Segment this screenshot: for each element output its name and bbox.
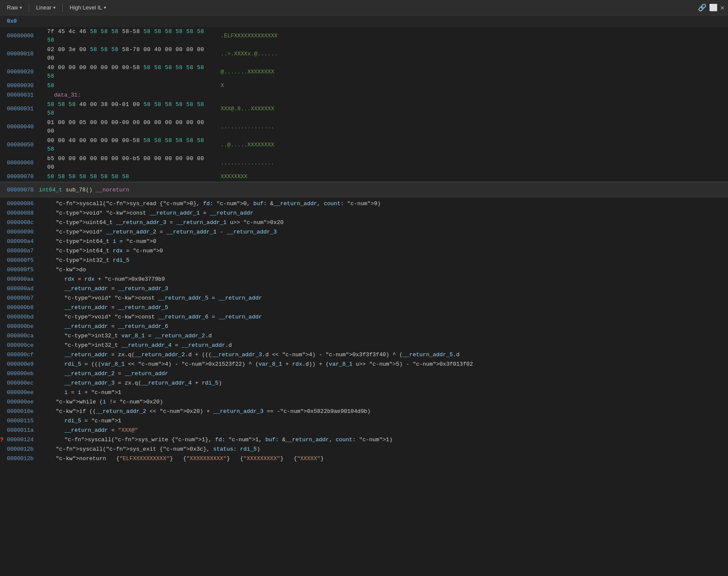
- code-address: 00000115: [0, 417, 47, 425]
- hex-row: 0000004001 00 00 05 00 00 00-00 00 00 00…: [0, 118, 728, 136]
- function-signature: int64_t sub_78() __noreturn: [39, 187, 129, 193]
- noreturn-kw: __noreturn: [96, 187, 129, 193]
- hex-ascii: ................: [210, 159, 274, 167]
- code-row: 000000eei = i + "c-num">1: [0, 388, 728, 397]
- code-line: "c-type">int32_t var_8_1 = __return_addr…: [47, 332, 212, 340]
- code-address: 000000ee: [0, 388, 47, 397]
- code-line: "c-fn">syscall("c-fn">sys_read {"c-num">…: [47, 200, 381, 208]
- link-icon[interactable]: 🔗: [698, 3, 707, 12]
- hex-address: 00000000: [0, 32, 47, 40]
- linear-button[interactable]: Linear: [33, 3, 59, 12]
- code-address: 00000124: [0, 436, 47, 444]
- code-row: 000000ce"c-type">int32_t __return_addr_4…: [0, 341, 728, 350]
- code-row: 000000e9rdi_5 = (((var_8_1 << "c-num">4)…: [0, 360, 728, 369]
- function-name: sub_78: [66, 187, 86, 193]
- code-address: 000000cf: [0, 351, 47, 359]
- hex-row: 0000003058X: [0, 81, 728, 91]
- hex-section: 000000007f 45 4c 46 58 58 58 58-58 58 58…: [0, 27, 728, 182]
- code-row: 0000010e"c-kw">if ((__return_addr_2 << "…: [0, 407, 728, 416]
- code-row: 00000115rdi_5 = "c-num">1: [0, 416, 728, 426]
- code-line: rdi_5 = "c-num">1: [47, 417, 121, 425]
- code-row: 000000cf__return_addr = zx.q(__return_ad…: [0, 350, 728, 360]
- hex-address: 00000040: [0, 123, 47, 131]
- code-section: 00000086"c-fn">syscall("c-fn">sys_read {…: [0, 197, 728, 465]
- hex-ascii: ..@.....XXXXXXXX: [210, 141, 274, 149]
- code-address: 000000f5: [0, 266, 47, 274]
- code-address: 000000ad: [0, 285, 47, 293]
- code-row: 000000aardx = rdx + "c-num">0x9e3779b9: [0, 275, 728, 284]
- hex-bytes: 02 00 3e 00 58 58 58 58-78 00 40 00 00 0…: [47, 45, 210, 63]
- hex-bytes: b5 00 00 00 00 00 00 00-b5 00 00 00 00 0…: [47, 155, 210, 172]
- hex-address: 00000030: [0, 82, 47, 90]
- code-row: 000000f5"c-type">int32_t rdi_5: [0, 256, 728, 265]
- hlil-button[interactable]: High Level IL: [66, 3, 109, 12]
- hex-address: 00000050: [0, 141, 47, 149]
- code-line: "c-fn">syscall("c-fn">sys_exit {"c-num">…: [47, 445, 260, 454]
- hex-row: 0000001002 00 3e 00 58 58 58 58-78 00 40…: [0, 45, 728, 63]
- code-address: 000000be: [0, 322, 47, 331]
- hex-row: 0000003158 58 58 40 00 38 00-01 00 58 58…: [0, 100, 728, 118]
- hex-row: 00000031data_31:: [0, 91, 728, 100]
- code-line: __return_addr = __return_addr_6: [47, 322, 168, 331]
- code-row: 000000b7"c-type">void* "c-kw">const __re…: [0, 294, 728, 303]
- code-address: 000000eb: [0, 370, 47, 378]
- code-line: "c-kw">while (i != "c-num">0x20): [47, 398, 163, 406]
- hex-bytes: 7f 45 4c 46 58 58 58 58-58 58 58 58 58 5…: [47, 27, 210, 45]
- hex-row: 0000007058 58 58 58 58 58 58 58XXXXXXXX: [0, 172, 728, 182]
- code-line: rdi_5 = (((var_8_1 << "c-num">4) - "c-nu…: [47, 360, 473, 369]
- code-row: 0000012b"c-kw">noreturn {"ELFXXXXXXXXXX"…: [0, 454, 728, 464]
- code-line: "c-kw">if ((__return_addr_2 << "c-num">0…: [47, 407, 370, 416]
- code-address: 000000ec: [0, 379, 47, 388]
- hex-ascii: ..>.XXXXx.@......: [210, 50, 278, 58]
- code-line: "c-type">int64_t i = "c-num">0: [47, 237, 156, 246]
- hex-address: 00000010: [0, 50, 47, 58]
- code-row: 000000a4"c-type">int64_t i = "c-num">0: [0, 237, 728, 246]
- code-address: 000000b7: [0, 294, 47, 303]
- hex-row: 000000007f 45 4c 46 58 58 58 58-58 58 58…: [0, 27, 728, 45]
- code-address: 000000aa: [0, 275, 47, 284]
- hex-bytes: 58: [47, 82, 210, 90]
- raw-button[interactable]: Raw: [3, 3, 25, 12]
- hex-row: 00000060b5 00 00 00 00 00 00 00-b5 00 00…: [0, 154, 728, 172]
- close-icon[interactable]: ✕: [720, 3, 725, 12]
- hex-ascii: X: [210, 82, 224, 90]
- code-line: __return_addr = "XXX@": [47, 426, 138, 435]
- hex-ascii: .ELFXXXXXXXXXXXXX: [210, 32, 278, 40]
- hex-ascii: XXX@.8...XXXXXXX: [210, 105, 274, 113]
- hex-address: 00000060: [0, 159, 47, 167]
- code-line: "c-type">uint64_t __return_addr_3 = __re…: [47, 218, 284, 227]
- hex-bytes: 58 58 58 40 00 38 00-01 00 58 58 58 58 5…: [47, 100, 210, 118]
- code-address: 0000012b: [0, 455, 47, 463]
- code-line: __return_addr = __return_addr_5: [47, 303, 168, 312]
- code-line: __return_addr = zx.q(__return_addr_2.d +…: [47, 351, 460, 359]
- code-row: 00000086"c-fn">syscall("c-fn">sys_read {…: [0, 199, 728, 209]
- code-address: 00000088: [0, 209, 47, 218]
- question-mark-icon: ?: [0, 436, 3, 444]
- code-line: rdx = rdx + "c-num">0x9e3779b9: [47, 275, 165, 284]
- hex-address: 00000020: [0, 68, 47, 76]
- hex-bytes: 58 58 58 58 58 58 58 58: [47, 173, 210, 181]
- function-header: 00000078int64_t sub_78() __noreturn: [0, 182, 728, 197]
- code-row: 000000be__return_addr = __return_addr_6: [0, 322, 728, 331]
- code-address: 000000ca: [0, 332, 47, 340]
- code-row: 0000012b"c-fn">syscall("c-fn">sys_exit {…: [0, 445, 728, 454]
- code-row: 000000ee"c-kw">while (i != "c-num">0x20): [0, 397, 728, 407]
- code-address: 00000090: [0, 228, 47, 236]
- hex-row: 0000005000 00 40 00 00 00 00 00-58 58 58…: [0, 136, 728, 154]
- code-address: 000000e9: [0, 360, 47, 369]
- code-line: "c-type">int32_t __return_addr_4 = __ret…: [47, 341, 232, 350]
- code-address: 000000ee: [0, 398, 47, 406]
- code-address: 000000a4: [0, 237, 47, 246]
- code-row: 000000b8__return_addr = __return_addr_5: [0, 303, 728, 312]
- hex-address: 00000070: [0, 173, 47, 181]
- code-line: __return_addr_3 = zx.q(__return_addr_4 +…: [47, 379, 222, 388]
- toolbar: Raw Linear High Level IL 🔗 ⬜ ✕: [0, 0, 728, 15]
- hex-address: 00000031: [0, 91, 47, 100]
- code-row: 00000088"c-type">void* "c-kw">const __re…: [0, 209, 728, 218]
- hex-bytes: 00 00 40 00 00 00 00 00-58 58 58 58 58 5…: [47, 136, 210, 154]
- split-icon[interactable]: ⬜: [709, 3, 718, 12]
- code-row: 0000011a__return_addr = "XXX@": [0, 426, 728, 435]
- hex-label: data_31:: [47, 91, 94, 100]
- code-row: 000000a7"c-type">int64_t rdx = "c-num">0: [0, 246, 728, 256]
- hex-bytes: 40 00 00 00 00 00 00 00-58 58 58 58 58 5…: [47, 64, 210, 81]
